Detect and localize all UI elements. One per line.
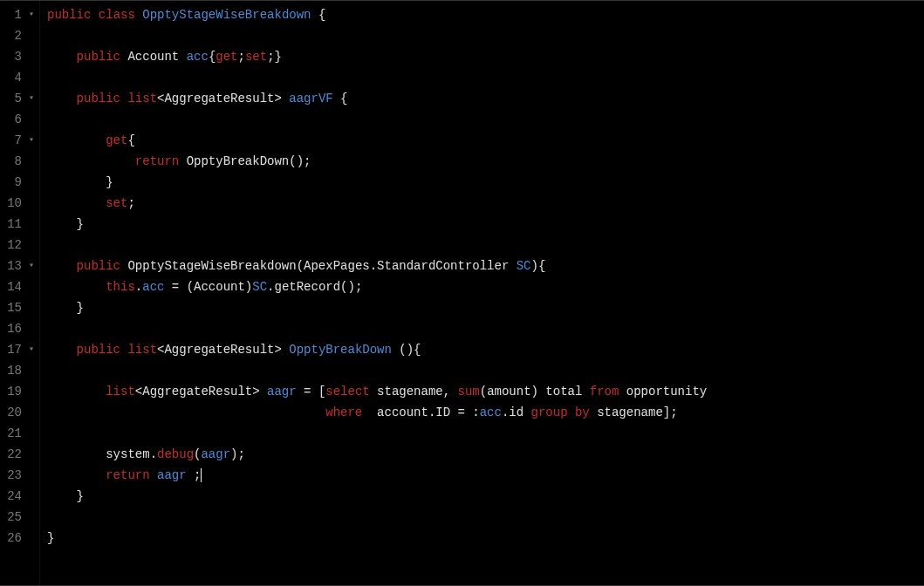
gutter-row: 26 — [0, 528, 39, 549]
code-area[interactable]: public class OpptyStageWiseBreakdown { p… — [40, 1, 924, 585]
gutter-row: 4 — [0, 67, 39, 88]
line-number: 14 — [4, 276, 22, 297]
line-number: 18 — [4, 360, 22, 381]
line-number: 2 — [4, 25, 22, 46]
code-line: where account.ID = :acc.id group by stag… — [40, 402, 924, 423]
code-line — [40, 360, 924, 381]
code-line: this.acc = (Account)SC.getRecord(); — [40, 276, 924, 297]
code-editor[interactable]: 1▾2345▾67▾8910111213▾14151617▾1819202122… — [0, 0, 924, 586]
line-number: 22 — [4, 444, 22, 465]
line-number: 19 — [4, 381, 22, 402]
code-line — [40, 67, 924, 88]
line-number: 13 — [4, 256, 22, 276]
gutter-row: 24 — [0, 486, 39, 507]
fold-icon[interactable]: ▾ — [25, 130, 34, 151]
line-number: 20 — [4, 402, 22, 423]
gutter-row: 10 — [0, 193, 39, 214]
line-number: 15 — [4, 297, 22, 318]
gutter-row: 21 — [0, 423, 39, 444]
code-line: } — [40, 172, 924, 193]
code-line: public list<AggregateResult> aagrVF { — [40, 88, 924, 109]
code-line — [40, 423, 924, 444]
line-number: 4 — [4, 67, 22, 88]
code-line: public OpptyStageWiseBreakdown(ApexPages… — [40, 256, 924, 276]
line-number: 21 — [4, 423, 22, 444]
gutter-row: 20 — [0, 402, 39, 423]
gutter-row: 18 — [0, 360, 39, 381]
gutter-row: 11 — [0, 214, 39, 235]
gutter-row: 6 — [0, 109, 39, 130]
gutter-row: 3 — [0, 46, 39, 67]
line-gutter: 1▾2345▾67▾8910111213▾14151617▾1819202122… — [0, 1, 40, 585]
gutter-row: 7▾ — [0, 130, 39, 151]
gutter-row: 17▾ — [0, 339, 39, 360]
gutter-row: 19 — [0, 381, 39, 402]
code-line: set; — [40, 193, 924, 214]
line-number: 10 — [4, 193, 22, 214]
code-line: } — [40, 486, 924, 507]
line-number: 24 — [4, 486, 22, 507]
line-number: 5 — [4, 88, 22, 109]
text-cursor — [201, 468, 202, 482]
fold-icon[interactable]: ▾ — [25, 256, 34, 276]
gutter-row: 9 — [0, 172, 39, 193]
code-line: system.debug(aagr); — [40, 444, 924, 465]
line-number: 16 — [4, 318, 22, 339]
line-number: 1 — [4, 4, 22, 25]
gutter-row: 25 — [0, 507, 39, 528]
line-number: 23 — [4, 465, 22, 486]
line-number: 25 — [4, 507, 22, 528]
code-line — [40, 25, 924, 46]
code-line: } — [40, 297, 924, 318]
code-line: } — [40, 214, 924, 235]
line-number: 8 — [4, 151, 22, 172]
line-number: 6 — [4, 109, 22, 130]
code-line: return OpptyBreakDown(); — [40, 151, 924, 172]
code-line: get{ — [40, 130, 924, 151]
line-number: 7 — [4, 130, 22, 151]
code-line: list<AggregateResult> aagr = [select sta… — [40, 381, 924, 402]
gutter-row: 8 — [0, 151, 39, 172]
code-line: public Account acc{get;set;} — [40, 46, 924, 67]
line-number: 12 — [4, 235, 22, 256]
code-line — [40, 235, 924, 256]
fold-icon[interactable]: ▾ — [25, 4, 34, 25]
code-line — [40, 507, 924, 528]
fold-icon[interactable]: ▾ — [25, 339, 34, 360]
fold-icon[interactable]: ▾ — [25, 88, 34, 109]
gutter-row: 16 — [0, 318, 39, 339]
code-line: } — [40, 528, 924, 549]
gutter-row: 12 — [0, 235, 39, 256]
line-number: 9 — [4, 172, 22, 193]
gutter-row: 14 — [0, 276, 39, 297]
code-line: public list<AggregateResult> OpptyBreakD… — [40, 339, 924, 360]
line-number: 3 — [4, 46, 22, 67]
code-line: public class OpptyStageWiseBreakdown { — [40, 4, 924, 25]
code-line — [40, 318, 924, 339]
code-line: return aagr ; — [40, 465, 924, 486]
gutter-row: 2 — [0, 25, 39, 46]
gutter-row: 13▾ — [0, 256, 39, 276]
line-number: 26 — [4, 528, 22, 549]
line-number: 11 — [4, 214, 22, 235]
code-line — [40, 109, 924, 130]
gutter-row: 22 — [0, 444, 39, 465]
gutter-row: 23 — [0, 465, 39, 486]
gutter-row: 15 — [0, 297, 39, 318]
gutter-row: 5▾ — [0, 88, 39, 109]
gutter-row: 1▾ — [0, 4, 39, 25]
line-number: 17 — [4, 339, 22, 360]
